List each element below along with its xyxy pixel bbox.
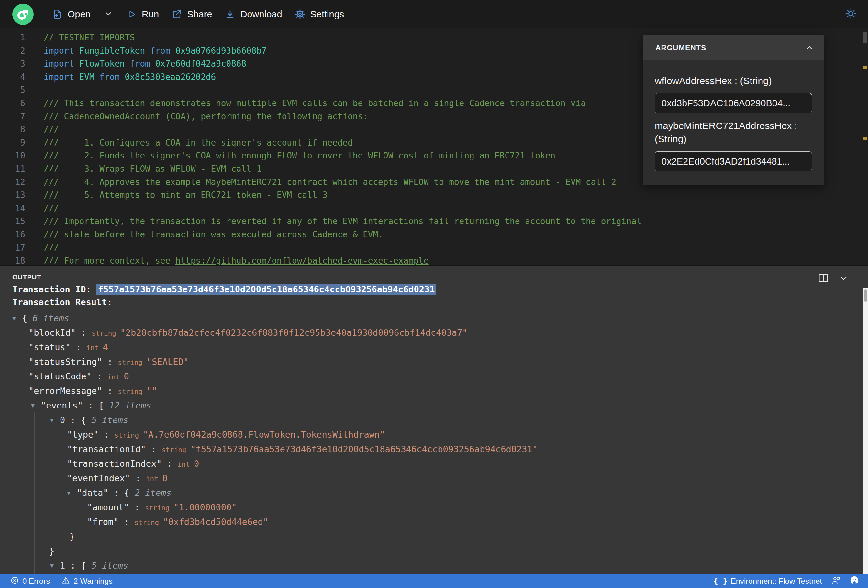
json-num: 0 bbox=[124, 371, 129, 381]
run-button[interactable]: Run bbox=[127, 9, 159, 20]
settings-button[interactable]: Settings bbox=[295, 9, 344, 20]
json-key: "statusCode" bbox=[28, 371, 92, 381]
json-num: 0 bbox=[194, 458, 199, 469]
json-tree-row: ▼0 : { 5 items bbox=[0, 413, 861, 427]
json-colon: : bbox=[108, 488, 124, 498]
json-str: "" bbox=[147, 386, 157, 396]
json-brace: [ bbox=[99, 401, 109, 410]
feedback-button[interactable] bbox=[831, 575, 841, 587]
warning-marker bbox=[863, 137, 867, 140]
toolbar-separator bbox=[100, 6, 100, 23]
code-text: /// state before the transaction was exe… bbox=[25, 228, 383, 241]
theme-toggle-button[interactable] bbox=[845, 7, 857, 21]
indent-guide bbox=[15, 324, 15, 575]
play-icon bbox=[127, 9, 137, 19]
code-token: /// Importantly, the transaction is reve… bbox=[44, 217, 641, 226]
json-typ: string bbox=[134, 519, 163, 526]
line-number: 13 bbox=[0, 189, 25, 202]
transaction-result-label: Transaction Result: bbox=[12, 297, 112, 307]
json-typ: int bbox=[146, 475, 162, 483]
collapse-toggle-icon[interactable]: ▼ bbox=[67, 485, 77, 500]
share-icon bbox=[171, 9, 182, 20]
code-token: /// 4. Approves the example MaybeMintERC… bbox=[44, 177, 616, 187]
code-line: 13/// 5. Attempts to mint an ERC721 toke… bbox=[0, 189, 868, 202]
json-str: "A.7e60df042a9c0868.FlowToken.TokensWith… bbox=[143, 429, 385, 439]
code-text: /// bbox=[25, 241, 59, 255]
status-bar-left: 0 Errors 2 Warnings bbox=[10, 576, 113, 587]
code-token: 0x9a0766d93b6608b7 bbox=[176, 46, 267, 56]
line-number: 17 bbox=[0, 241, 25, 255]
collapse-toggle-icon[interactable]: ▼ bbox=[12, 311, 22, 326]
json-str: "1.00000000" bbox=[173, 502, 236, 512]
json-key: "eventIndex" bbox=[67, 473, 130, 483]
collapse-output-chevron-icon[interactable] bbox=[838, 273, 849, 285]
environment-selector[interactable]: { } Environment: Flow Testnet bbox=[713, 577, 822, 586]
open-button[interactable]: Open bbox=[52, 9, 91, 20]
code-token: /// 3. Wraps FLOW as WFLOW - EVM call 1 bbox=[44, 164, 261, 174]
code-link[interactable]: https://github.com/onflow/batched-evm-ex… bbox=[176, 256, 429, 265]
json-typ: string bbox=[145, 504, 174, 512]
code-token: // TESTNET IMPORTS bbox=[44, 33, 135, 42]
chevron-up-icon[interactable] bbox=[804, 43, 815, 53]
person-feedback-icon bbox=[831, 575, 841, 587]
json-str: "2b28cbfb87da2cfec4f0232c6f883f0f12c95b3… bbox=[120, 328, 468, 337]
download-button[interactable]: Download bbox=[224, 9, 282, 20]
line-number: 2 bbox=[0, 44, 25, 57]
collapse-toggle-icon[interactable]: ▼ bbox=[50, 558, 60, 573]
settings-label: Settings bbox=[310, 9, 344, 20]
arguments-panel-header[interactable]: ARGUMENTS bbox=[643, 35, 824, 60]
output-scrollbar-thumb[interactable] bbox=[864, 289, 867, 302]
code-token: /// This transaction demonstrates how mu… bbox=[44, 98, 586, 108]
share-label: Share bbox=[187, 9, 212, 20]
output-scrollbar-track[interactable] bbox=[863, 288, 868, 575]
json-tree-row: "transactionIndex" : int 0 bbox=[0, 456, 861, 471]
github-link[interactable] bbox=[850, 576, 859, 587]
line-number: 10 bbox=[0, 149, 25, 162]
toolbar: Open Run Share bbox=[0, 0, 868, 28]
editor-scrollbar-thumb[interactable] bbox=[863, 32, 867, 43]
json-colon: : bbox=[65, 560, 81, 570]
open-dropdown-button[interactable] bbox=[103, 9, 114, 20]
code-token: /// bbox=[44, 203, 59, 213]
code-token: /// state before the transaction was exe… bbox=[44, 230, 383, 239]
json-tree-row: "statusCode" : int 0 bbox=[0, 369, 861, 383]
json-tree-rows: ▼{ 6 items"blockId" : string "2b28cbfb87… bbox=[0, 311, 861, 575]
line-number: 16 bbox=[0, 228, 25, 241]
json-str: "SEALED" bbox=[147, 357, 189, 367]
errors-status[interactable]: 0 Errors bbox=[10, 576, 50, 587]
code-text: /// Importantly, the transaction is reve… bbox=[25, 215, 641, 228]
environment-label: Environment: Flow Testnet bbox=[731, 577, 822, 586]
line-number: 5 bbox=[0, 84, 25, 97]
json-note: 5 items bbox=[92, 415, 128, 425]
json-brace: { bbox=[81, 415, 92, 425]
json-brace: { bbox=[22, 313, 33, 323]
json-colon: : bbox=[76, 328, 92, 337]
code-text: /// This transaction demonstrates how mu… bbox=[25, 97, 586, 110]
line-number: 11 bbox=[0, 162, 25, 175]
json-tree-row: } bbox=[0, 529, 861, 544]
split-panel-icon[interactable] bbox=[818, 272, 829, 285]
warnings-status[interactable]: 2 Warnings bbox=[62, 576, 113, 587]
json-idx: 0 bbox=[60, 415, 65, 425]
code-text: import EVM from 0x8c5303eaa26202d6 bbox=[25, 71, 216, 84]
code-text: import FungibleToken from 0x9a0766d93b66… bbox=[25, 44, 267, 57]
status-bar-right: { } Environment: Flow Testnet bbox=[713, 575, 859, 587]
download-icon bbox=[224, 9, 236, 20]
collapse-toggle-icon[interactable]: ▼ bbox=[50, 413, 60, 427]
run-label: Run bbox=[142, 9, 159, 20]
share-button[interactable]: Share bbox=[171, 9, 212, 20]
wflow-address-input[interactable] bbox=[655, 93, 812, 113]
json-tree-row: "from" : string "0xfd3b4cd50d44e6ed" bbox=[0, 514, 861, 529]
json-key: "type" bbox=[67, 429, 99, 439]
json-key: "status" bbox=[28, 342, 71, 352]
open-file-icon bbox=[52, 9, 63, 20]
indent-guide bbox=[69, 500, 70, 536]
maybe-mint-erc721-address-input[interactable] bbox=[655, 151, 812, 171]
code-token: import bbox=[44, 46, 79, 56]
code-token: 0x7e60df042a9c0868 bbox=[155, 59, 246, 69]
argument-label: maybeMintERC721AddressHex : (String) bbox=[655, 119, 812, 146]
flow-logo-icon bbox=[12, 4, 34, 25]
collapse-toggle-icon[interactable]: ▼ bbox=[31, 398, 41, 413]
code-token: /// 2. Funds the signer's COA with enoug… bbox=[44, 151, 555, 161]
json-tree-row: ▼{ 6 items bbox=[0, 311, 861, 326]
